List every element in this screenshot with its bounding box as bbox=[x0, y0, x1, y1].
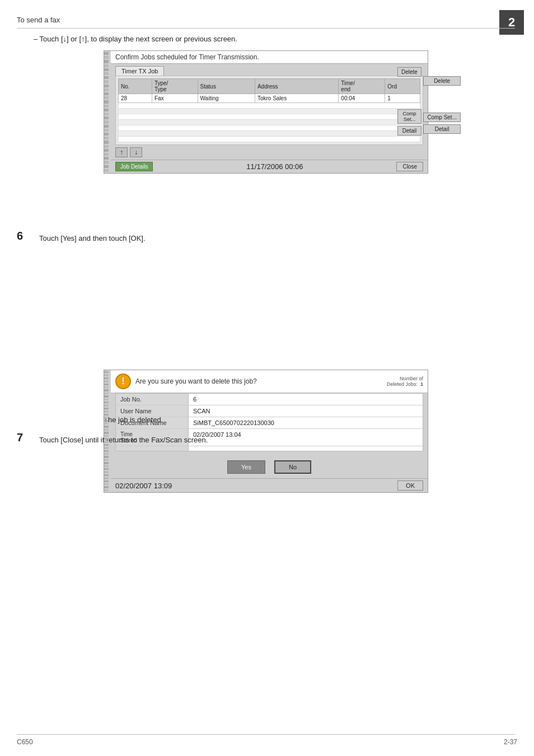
screen1-header: Confirm Jobs scheduled for Timer Transmi… bbox=[111, 51, 428, 64]
table-row-empty bbox=[119, 120, 420, 125]
timer-tx-table: No. Type/Type Status Address Time/end Or… bbox=[118, 78, 420, 142]
job-deleted-text: The job is deleted. bbox=[104, 416, 163, 424]
screen1-timer-tx: Confirm Jobs scheduled for Timer Transmi… bbox=[104, 50, 428, 174]
table-row-empty bbox=[119, 109, 420, 114]
col-time: Time/end bbox=[339, 79, 385, 94]
col-address: Address bbox=[255, 79, 338, 94]
step6-text: Touch [Yes] and then touch [OK]. bbox=[39, 234, 146, 242]
label-empty bbox=[116, 446, 189, 451]
cell-status: Waiting bbox=[198, 94, 255, 103]
divider-top bbox=[17, 28, 515, 29]
divider-footer bbox=[17, 734, 515, 735]
col-status: Status bbox=[198, 79, 255, 94]
action-row: Yes No bbox=[111, 456, 428, 478]
value-doc-name: SiMBT_C6500702220130030 bbox=[189, 417, 423, 428]
table-row-empty bbox=[119, 131, 420, 137]
table-row-empty bbox=[119, 114, 420, 120]
job-details-button[interactable]: Job Details bbox=[115, 162, 153, 171]
value-user-name: SCAN bbox=[189, 405, 423, 417]
form-row-empty bbox=[116, 446, 423, 451]
cell-time: 00:04 bbox=[339, 94, 385, 103]
ok-button[interactable]: OK bbox=[397, 480, 423, 491]
detail-button2[interactable]: Detail bbox=[397, 126, 421, 136]
comp-set-button[interactable]: Comp Set... bbox=[423, 113, 461, 122]
label-job-no: Job No. bbox=[116, 394, 189, 405]
screen2-delete-confirm: ! Are you sure you want to delete this j… bbox=[104, 370, 428, 493]
col-no: No. bbox=[119, 79, 152, 94]
label-user-name: User Name bbox=[116, 405, 189, 417]
screen1-close-button[interactable]: Close bbox=[396, 162, 423, 171]
step6-number: 6 bbox=[17, 230, 23, 242]
confirm-text: Are you sure you want to delete this job… bbox=[135, 377, 257, 385]
value-job-no: 6 bbox=[189, 394, 423, 405]
footer-model: C650 bbox=[17, 738, 33, 746]
cell-type: Fax bbox=[152, 94, 198, 103]
table-row-empty bbox=[119, 137, 420, 142]
cell-no: 28 bbox=[119, 94, 152, 103]
screen2-footer: 02/20/2007 13:09 OK bbox=[111, 478, 428, 492]
table-row-empty bbox=[119, 125, 420, 131]
col-type: Type/Type bbox=[152, 79, 198, 94]
tab-timer-tx-job[interactable]: Timer TX Job bbox=[115, 66, 164, 76]
num-deleted-label: Number ofDeleted Jobs: 1 bbox=[387, 376, 423, 387]
footer-page-num: 2-37 bbox=[504, 738, 517, 746]
step7-number: 7 bbox=[17, 431, 23, 444]
page-section-label: To send a fax bbox=[17, 16, 60, 24]
screen1-datetime: 11/17/2006 00:06 bbox=[246, 162, 303, 171]
screen2-header: ! Are you sure you want to delete this j… bbox=[111, 370, 428, 393]
value-empty bbox=[189, 446, 423, 451]
value-time-stored: 02/20/2007 13:04 bbox=[189, 429, 423, 446]
table-row: 28 Fax Waiting Tokro Sales 00:04 1 bbox=[119, 94, 420, 103]
yes-button[interactable]: Yes bbox=[227, 460, 265, 474]
table-row-empty bbox=[119, 103, 420, 109]
scroll-up-button[interactable]: ↑ bbox=[115, 147, 128, 157]
no-button[interactable]: No bbox=[274, 460, 311, 474]
warning-icon: ! bbox=[115, 374, 131, 389]
screen1-right-buttons: Delete CompSet... Detail bbox=[397, 67, 421, 136]
page-number: 2 bbox=[499, 10, 524, 35]
delete-button[interactable]: Delete bbox=[397, 67, 421, 77]
scroll-down-button[interactable]: ↓ bbox=[130, 147, 142, 157]
screen2-datetime: 02/20/2007 13:09 bbox=[115, 482, 172, 490]
delete-button[interactable]: Delete bbox=[423, 76, 461, 86]
detail-button[interactable]: Detail bbox=[423, 124, 461, 134]
cell-address: Tokro Sales bbox=[255, 94, 338, 103]
form-row-job-no: Job No. 6 bbox=[116, 394, 423, 405]
comp-set-button[interactable]: CompSet... bbox=[397, 109, 421, 124]
instruction-line-1: – Touch [↓] or [↑], to display the next … bbox=[34, 35, 237, 43]
step7-text: Touch [Close] until it returns to the Fa… bbox=[39, 436, 208, 444]
